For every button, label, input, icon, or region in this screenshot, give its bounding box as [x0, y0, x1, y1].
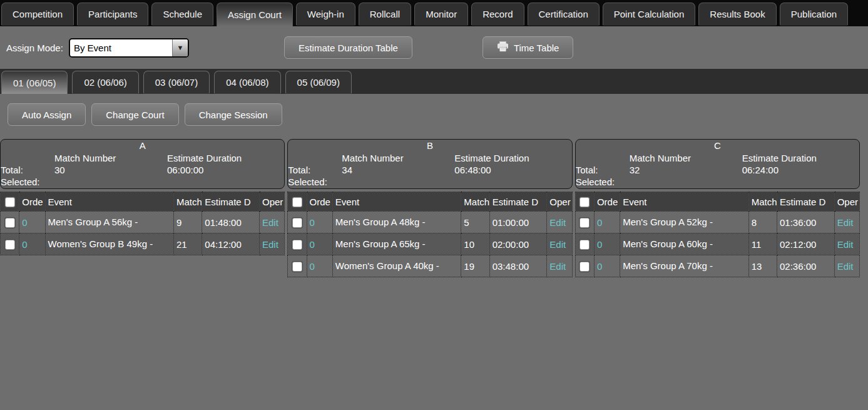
court-table: Orde Event Match Estimate D Oper 0 Men's… — [287, 192, 572, 277]
order-cell: 0 — [307, 255, 332, 277]
edit-link[interactable]: Edit — [262, 217, 278, 228]
estimate-cell: 01:00:00 — [489, 212, 547, 233]
order-cell: 0 — [594, 212, 620, 233]
tab-point-calculation[interactable]: Point Calculation — [603, 3, 696, 26]
auto-assign-button[interactable]: Auto Assign — [8, 103, 86, 126]
match-cell: 10 — [461, 233, 489, 255]
main-tab-label: Record — [483, 9, 513, 19]
assign-mode-select[interactable]: By Event ▼ — [69, 38, 189, 58]
match-number-label: Match Number — [54, 152, 167, 164]
table-row: 0 Men's Group A 60kg - 11 02:12:00 Edit — [575, 233, 859, 255]
court-header: A Match Number Estimate Duration Total: … — [0, 139, 285, 189]
order-cell: 0 — [307, 212, 332, 233]
selected-label: Selected: — [288, 176, 342, 188]
match-number-total: 30 — [54, 164, 167, 176]
tab-participants[interactable]: Participants — [77, 3, 148, 26]
event-cell: Men's Group A 65kg - — [332, 233, 461, 255]
court-name: B — [288, 140, 571, 151]
tab-results-book[interactable]: Results Book — [698, 3, 776, 26]
change-court-button[interactable]: Change Court — [91, 103, 178, 126]
tab-certification[interactable]: Certification — [528, 3, 600, 26]
estimate-cell: 01:36:00 — [777, 212, 835, 233]
event-cell: Men's Group A 48kg - — [332, 212, 461, 233]
estimate-duration-table-button[interactable]: Estimate Duration Table — [284, 36, 412, 59]
time-table-button[interactable]: Time Table — [483, 36, 574, 59]
court-table: Orde Event Match Estimate D Oper 0 Men's… — [0, 192, 285, 255]
tab-assign-court[interactable]: Assign Court — [217, 3, 293, 26]
total-label: Total: — [1, 164, 54, 176]
date-tab-03-06-07[interactable]: 03 (06/07) — [143, 71, 210, 94]
row-checkbox[interactable] — [292, 262, 302, 272]
table-header-row: Orde Event Match Estimate D Oper — [1, 192, 285, 212]
date-tab-label: 05 (06/09) — [297, 77, 340, 88]
date-tab-label: 03 (06/07) — [155, 77, 198, 88]
estimate-cell: 02:36:00 — [777, 255, 835, 277]
edit-link[interactable]: Edit — [837, 261, 854, 272]
column-header-order: Orde — [19, 192, 45, 212]
date-tab-label: 01 (06/05) — [13, 78, 56, 88]
table-row: 0 Women's Group B 49kg - 21 04:12:00 Edi… — [1, 233, 285, 255]
tab-schedule[interactable]: Schedule — [151, 3, 213, 26]
row-checkbox[interactable] — [292, 218, 302, 228]
estimate-duration-total: 06:48:00 — [454, 164, 571, 176]
row-checkbox[interactable] — [292, 240, 302, 250]
column-header-estimate: Estimate D — [777, 192, 835, 212]
tab-weigh-in[interactable]: Weigh-in — [296, 3, 355, 26]
event-cell: Men's Group A 56kg - — [45, 212, 174, 233]
court-panel-b: B Match Number Estimate Duration Total: … — [287, 139, 572, 277]
main-tab-label: Publication — [791, 9, 837, 19]
select-all-checkbox[interactable] — [292, 197, 302, 207]
edit-link[interactable]: Edit — [837, 239, 854, 250]
tab-monitor[interactable]: Monitor — [414, 3, 468, 26]
select-all-checkbox[interactable] — [5, 197, 15, 207]
edit-link[interactable]: Edit — [549, 217, 566, 228]
column-header-estimate: Estimate D — [202, 192, 260, 212]
order-cell: 0 — [307, 233, 332, 255]
tab-competition[interactable]: Competition — [1, 3, 74, 26]
date-tab-02-06-06[interactable]: 02 (06/06) — [72, 71, 138, 94]
estimate-duration-total: 06:24:00 — [742, 164, 859, 176]
main-tab-label: Point Calculation — [614, 9, 685, 19]
edit-link[interactable]: Edit — [549, 261, 566, 272]
court-panel-c: C Match Number Estimate Duration Total: … — [575, 139, 860, 277]
assign-mode-value: By Event — [74, 43, 172, 53]
date-tab-05-06-09[interactable]: 05 (06/09) — [285, 71, 352, 94]
column-header-event: Event — [620, 192, 749, 212]
match-number-label: Match Number — [342, 152, 454, 164]
actions-row: Auto AssignChange CourtChange Session — [0, 94, 868, 139]
event-cell: Men's Group A 70kg - — [620, 255, 749, 277]
row-checkbox[interactable] — [580, 218, 590, 228]
chevron-down-icon: ▼ — [172, 39, 188, 56]
tab-rollcall[interactable]: Rollcall — [359, 3, 411, 26]
match-cell: 8 — [748, 212, 777, 233]
main-tab-bar: Competition Participants Schedule Assign… — [0, 0, 868, 26]
court-header: B Match Number Estimate Duration Total: … — [287, 139, 572, 189]
selected-label: Selected: — [1, 176, 54, 188]
court-name: A — [1, 140, 284, 151]
toolbar: Assign Mode: By Event ▼ Estimate Duratio… — [0, 26, 868, 69]
estimate-cell: 04:12:00 — [202, 233, 260, 255]
main-tab-label: Schedule — [163, 9, 202, 19]
select-all-checkbox[interactable] — [580, 197, 590, 207]
estimate-cell: 03:48:00 — [489, 255, 547, 277]
tab-publication[interactable]: Publication — [780, 3, 848, 26]
date-tab-04-06-08[interactable]: 04 (06/08) — [214, 71, 280, 94]
main-tab-label: Monitor — [426, 9, 457, 19]
row-checkbox[interactable] — [5, 240, 15, 250]
match-cell: 9 — [174, 212, 202, 233]
row-checkbox[interactable] — [580, 240, 590, 250]
table-row: 0 Men's Group A 70kg - 13 02:36:00 Edit — [575, 255, 859, 277]
change-session-button[interactable]: Change Session — [185, 103, 282, 126]
table-header-row: Orde Event Match Estimate D Oper — [288, 192, 572, 212]
column-header-operation: Oper — [547, 192, 572, 212]
tab-record[interactable]: Record — [471, 3, 524, 26]
row-checkbox[interactable] — [580, 262, 590, 272]
match-cell: 13 — [748, 255, 777, 277]
edit-link[interactable]: Edit — [549, 239, 566, 250]
match-cell: 5 — [461, 212, 489, 233]
column-header-match: Match — [174, 192, 202, 212]
row-checkbox[interactable] — [5, 218, 15, 228]
edit-link[interactable]: Edit — [262, 239, 278, 250]
edit-link[interactable]: Edit — [837, 217, 854, 228]
date-tab-01-06-05[interactable]: 01 (06/05) — [1, 71, 68, 94]
